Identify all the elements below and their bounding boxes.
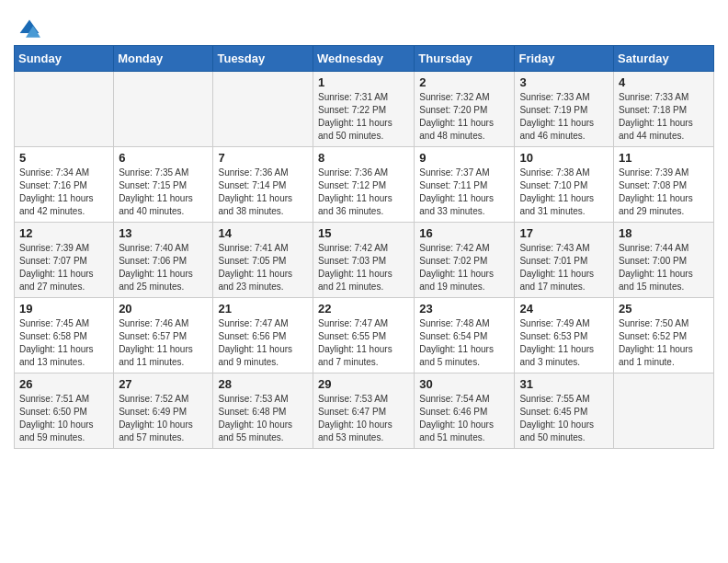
logo-icon bbox=[18, 18, 40, 40]
calendar-week-2: 12Sunrise: 7:39 AM Sunset: 7:07 PM Dayli… bbox=[15, 223, 714, 298]
day-number: 3 bbox=[519, 75, 609, 89]
day-number: 18 bbox=[619, 226, 709, 240]
calendar-cell: 14Sunrise: 7:41 AM Sunset: 7:05 PM Dayli… bbox=[213, 223, 313, 298]
day-number: 24 bbox=[519, 302, 609, 316]
calendar-week-1: 5Sunrise: 7:34 AM Sunset: 7:16 PM Daylig… bbox=[15, 147, 714, 223]
day-info: Sunrise: 7:33 AM Sunset: 7:19 PM Dayligh… bbox=[519, 91, 609, 143]
day-number: 5 bbox=[19, 151, 108, 165]
day-info: Sunrise: 7:46 AM Sunset: 6:57 PM Dayligh… bbox=[119, 317, 208, 369]
calendar-cell: 5Sunrise: 7:34 AM Sunset: 7:16 PM Daylig… bbox=[15, 147, 114, 223]
day-info: Sunrise: 7:48 AM Sunset: 6:54 PM Dayligh… bbox=[419, 317, 509, 369]
day-info: Sunrise: 7:53 AM Sunset: 6:47 PM Dayligh… bbox=[318, 393, 409, 444]
day-info: Sunrise: 7:43 AM Sunset: 7:01 PM Dayligh… bbox=[519, 242, 609, 293]
day-info: Sunrise: 7:42 AM Sunset: 7:03 PM Dayligh… bbox=[318, 242, 409, 293]
calendar-cell: 26Sunrise: 7:51 AM Sunset: 6:50 PM Dayli… bbox=[15, 373, 114, 449]
day-info: Sunrise: 7:47 AM Sunset: 6:55 PM Dayligh… bbox=[318, 317, 409, 369]
day-number: 8 bbox=[318, 151, 409, 165]
calendar-cell: 15Sunrise: 7:42 AM Sunset: 7:03 PM Dayli… bbox=[313, 223, 415, 298]
calendar-cell: 9Sunrise: 7:37 AM Sunset: 7:11 PM Daylig… bbox=[415, 147, 515, 223]
day-info: Sunrise: 7:47 AM Sunset: 6:56 PM Dayligh… bbox=[218, 317, 308, 369]
weekday-header-sunday: Sunday bbox=[15, 46, 114, 72]
day-info: Sunrise: 7:34 AM Sunset: 7:16 PM Dayligh… bbox=[19, 167, 108, 218]
calendar-cell: 29Sunrise: 7:53 AM Sunset: 6:47 PM Dayli… bbox=[313, 373, 415, 449]
day-info: Sunrise: 7:39 AM Sunset: 7:07 PM Dayligh… bbox=[19, 242, 108, 293]
calendar-table: SundayMondayTuesdayWednesdayThursdayFrid… bbox=[14, 45, 714, 449]
day-info: Sunrise: 7:35 AM Sunset: 7:15 PM Dayligh… bbox=[119, 167, 208, 218]
calendar-cell: 20Sunrise: 7:46 AM Sunset: 6:57 PM Dayli… bbox=[114, 298, 213, 373]
day-number: 29 bbox=[318, 377, 409, 391]
day-number: 9 bbox=[419, 151, 509, 165]
calendar-cell: 10Sunrise: 7:38 AM Sunset: 7:10 PM Dayli… bbox=[515, 147, 614, 223]
day-number: 10 bbox=[519, 151, 609, 165]
day-number: 6 bbox=[119, 151, 208, 165]
calendar-cell: 31Sunrise: 7:55 AM Sunset: 6:45 PM Dayli… bbox=[515, 373, 614, 449]
day-info: Sunrise: 7:36 AM Sunset: 7:14 PM Dayligh… bbox=[218, 167, 308, 218]
day-number: 13 bbox=[119, 226, 208, 240]
day-number: 7 bbox=[218, 151, 308, 165]
day-number: 11 bbox=[619, 151, 709, 165]
calendar-cell: 18Sunrise: 7:44 AM Sunset: 7:00 PM Dayli… bbox=[614, 223, 714, 298]
calendar-cell: 6Sunrise: 7:35 AM Sunset: 7:15 PM Daylig… bbox=[114, 147, 213, 223]
day-number: 12 bbox=[19, 226, 108, 240]
day-info: Sunrise: 7:31 AM Sunset: 7:22 PM Dayligh… bbox=[318, 91, 409, 143]
day-number: 26 bbox=[19, 377, 108, 391]
day-info: Sunrise: 7:45 AM Sunset: 6:58 PM Dayligh… bbox=[19, 317, 108, 369]
day-number: 27 bbox=[119, 377, 208, 391]
calendar-cell: 28Sunrise: 7:53 AM Sunset: 6:48 PM Dayli… bbox=[213, 373, 313, 449]
day-info: Sunrise: 7:33 AM Sunset: 7:18 PM Dayligh… bbox=[619, 91, 709, 143]
calendar-cell bbox=[114, 72, 213, 147]
calendar-cell bbox=[15, 72, 114, 147]
calendar-cell: 2Sunrise: 7:32 AM Sunset: 7:20 PM Daylig… bbox=[415, 72, 515, 147]
day-info: Sunrise: 7:39 AM Sunset: 7:08 PM Dayligh… bbox=[619, 167, 709, 218]
calendar-body: 1Sunrise: 7:31 AM Sunset: 7:22 PM Daylig… bbox=[15, 72, 714, 449]
day-info: Sunrise: 7:44 AM Sunset: 7:00 PM Dayligh… bbox=[619, 242, 709, 293]
calendar-cell: 22Sunrise: 7:47 AM Sunset: 6:55 PM Dayli… bbox=[313, 298, 415, 373]
day-info: Sunrise: 7:51 AM Sunset: 6:50 PM Dayligh… bbox=[19, 393, 108, 444]
weekday-header-friday: Friday bbox=[515, 46, 614, 72]
calendar-week-4: 26Sunrise: 7:51 AM Sunset: 6:50 PM Dayli… bbox=[15, 373, 714, 449]
calendar-cell: 27Sunrise: 7:52 AM Sunset: 6:49 PM Dayli… bbox=[114, 373, 213, 449]
weekday-header-tuesday: Tuesday bbox=[213, 46, 313, 72]
day-info: Sunrise: 7:38 AM Sunset: 7:10 PM Dayligh… bbox=[519, 167, 609, 218]
day-number: 25 bbox=[619, 302, 709, 316]
calendar-cell: 16Sunrise: 7:42 AM Sunset: 7:02 PM Dayli… bbox=[415, 223, 515, 298]
day-info: Sunrise: 7:42 AM Sunset: 7:02 PM Dayligh… bbox=[419, 242, 509, 293]
weekday-header-saturday: Saturday bbox=[614, 46, 714, 72]
day-number: 15 bbox=[318, 226, 409, 240]
calendar-cell bbox=[614, 373, 714, 449]
calendar-cell: 4Sunrise: 7:33 AM Sunset: 7:18 PM Daylig… bbox=[614, 72, 714, 147]
day-number: 22 bbox=[318, 302, 409, 316]
day-info: Sunrise: 7:40 AM Sunset: 7:06 PM Dayligh… bbox=[119, 242, 208, 293]
header bbox=[9, 9, 719, 45]
calendar-header: SundayMondayTuesdayWednesdayThursdayFrid… bbox=[15, 46, 714, 72]
day-number: 16 bbox=[419, 226, 509, 240]
day-number: 31 bbox=[519, 377, 609, 391]
day-info: Sunrise: 7:41 AM Sunset: 7:05 PM Dayligh… bbox=[218, 242, 308, 293]
day-number: 14 bbox=[218, 226, 308, 240]
day-info: Sunrise: 7:36 AM Sunset: 7:12 PM Dayligh… bbox=[318, 167, 409, 218]
calendar-cell: 17Sunrise: 7:43 AM Sunset: 7:01 PM Dayli… bbox=[515, 223, 614, 298]
weekday-header-monday: Monday bbox=[114, 46, 213, 72]
calendar-cell: 25Sunrise: 7:50 AM Sunset: 6:52 PM Dayli… bbox=[614, 298, 714, 373]
calendar-cell: 30Sunrise: 7:54 AM Sunset: 6:46 PM Dayli… bbox=[415, 373, 515, 449]
calendar-cell: 19Sunrise: 7:45 AM Sunset: 6:58 PM Dayli… bbox=[15, 298, 114, 373]
day-number: 1 bbox=[318, 75, 409, 89]
calendar-cell bbox=[213, 72, 313, 147]
calendar-cell: 13Sunrise: 7:40 AM Sunset: 7:06 PM Dayli… bbox=[114, 223, 213, 298]
day-number: 23 bbox=[419, 302, 509, 316]
calendar-week-0: 1Sunrise: 7:31 AM Sunset: 7:22 PM Daylig… bbox=[15, 72, 714, 147]
day-info: Sunrise: 7:49 AM Sunset: 6:53 PM Dayligh… bbox=[519, 317, 609, 369]
day-number: 2 bbox=[419, 75, 509, 89]
calendar-cell: 3Sunrise: 7:33 AM Sunset: 7:19 PM Daylig… bbox=[515, 72, 614, 147]
day-number: 30 bbox=[419, 377, 509, 391]
calendar-week-3: 19Sunrise: 7:45 AM Sunset: 6:58 PM Dayli… bbox=[15, 298, 714, 373]
day-info: Sunrise: 7:50 AM Sunset: 6:52 PM Dayligh… bbox=[619, 317, 709, 369]
day-number: 20 bbox=[119, 302, 208, 316]
weekday-row: SundayMondayTuesdayWednesdayThursdayFrid… bbox=[15, 46, 714, 72]
day-info: Sunrise: 7:55 AM Sunset: 6:45 PM Dayligh… bbox=[519, 393, 609, 444]
weekday-header-thursday: Thursday bbox=[415, 46, 515, 72]
weekday-header-wednesday: Wednesday bbox=[313, 46, 415, 72]
day-number: 17 bbox=[519, 226, 609, 240]
day-info: Sunrise: 7:52 AM Sunset: 6:49 PM Dayligh… bbox=[119, 393, 208, 444]
calendar-cell: 8Sunrise: 7:36 AM Sunset: 7:12 PM Daylig… bbox=[313, 147, 415, 223]
